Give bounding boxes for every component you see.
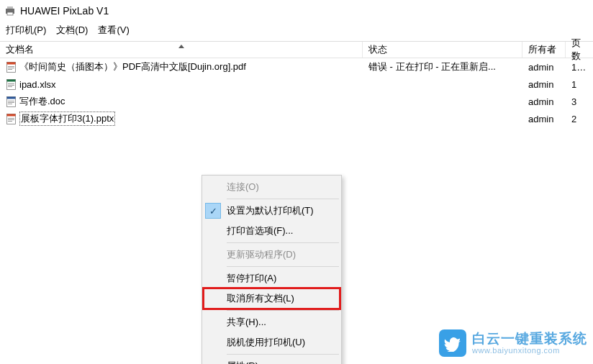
cell-pages: 1 <box>566 79 593 90</box>
printer-icon <box>4 6 16 16</box>
menu-item-properties[interactable]: 属性(R) <box>204 356 340 364</box>
cell-document: 展板字体打印3(1).pptx <box>0 112 363 126</box>
svg-rect-21 <box>8 119 14 120</box>
watermark-logo-icon <box>439 329 466 357</box>
column-header-status[interactable]: 状态 <box>363 42 522 58</box>
column-header-owner[interactable]: 所有者 <box>522 42 566 58</box>
column-header-pages-label: 页数 <box>571 37 587 63</box>
menu-item-update-driver: 更新驱动程序(D) <box>204 245 340 265</box>
menu-item-offline[interactable]: 脱机使用打印机(U) <box>204 332 340 352</box>
svg-rect-14 <box>7 96 16 99</box>
cell-document: ipad.xlsx <box>0 79 363 90</box>
file-name-label: 写作卷.doc <box>19 95 65 108</box>
menu-printer[interactable]: 打印机(P) <box>6 24 46 37</box>
svg-rect-12 <box>8 86 12 87</box>
svg-rect-11 <box>8 85 14 86</box>
column-header-pages[interactable]: 页数 <box>566 42 593 58</box>
svg-rect-4 <box>7 62 16 64</box>
sort-ascending-icon <box>178 45 184 48</box>
cell-pages: 3 <box>566 96 593 107</box>
watermark: 白云一键重装系统 www.baiyunxitong.com <box>439 329 587 357</box>
svg-rect-20 <box>8 118 14 119</box>
svg-rect-22 <box>8 121 12 122</box>
cell-owner: admin <box>522 79 566 90</box>
file-name-label: ipad.xlsx <box>19 79 56 90</box>
svg-rect-10 <box>8 83 14 84</box>
window-title: HUAWEI PixLab V1 <box>20 5 109 17</box>
svg-rect-17 <box>8 104 12 104</box>
svg-rect-7 <box>8 69 12 70</box>
menu-item-preferences[interactable]: 打印首选项(F)... <box>204 221 340 241</box>
menu-item-set-default[interactable]: ✓ 设置为默认打印机(T) <box>204 201 340 221</box>
file-icon <box>6 96 17 107</box>
menu-separator <box>227 266 339 267</box>
cell-document: 写作卷.doc <box>0 95 363 108</box>
file-name-label: 《时间简史（插图本）》PDF高清中文版[Dujin.org].pdf <box>19 60 246 73</box>
file-icon <box>6 79 17 90</box>
menu-item-connect: 连接(O) <box>204 177 340 197</box>
titlebar: HUAWEI PixLab V1 <box>0 0 593 19</box>
column-header-document-label: 文档名 <box>6 43 34 56</box>
column-header-row: 文档名 状态 所有者 页数 <box>0 41 593 58</box>
table-row[interactable]: 展板字体打印3(1).pptxadmin2 <box>0 110 593 127</box>
svg-rect-15 <box>8 101 14 101</box>
menu-item-cancel-all[interactable]: 取消所有文档(L) <box>204 288 340 309</box>
table-row[interactable]: 写作卷.docadmin3 <box>0 93 593 110</box>
menu-item-pause[interactable]: 暂停打印(A) <box>204 268 340 288</box>
file-icon <box>6 114 17 124</box>
context-menu: 连接(O) ✓ 设置为默认打印机(T) 打印首选项(F)... 更新驱动程序(D… <box>202 175 342 364</box>
cell-owner: admin <box>522 114 566 124</box>
menu-separator <box>227 310 339 311</box>
watermark-title: 白云一键重装系统 <box>472 332 587 347</box>
file-icon <box>6 62 17 73</box>
column-header-owner-label: 所有者 <box>528 43 556 56</box>
cell-status: 错误 - 正在打印 - 正在重新启... <box>363 60 522 73</box>
svg-rect-9 <box>7 79 16 81</box>
menu-separator <box>227 242 339 243</box>
svg-rect-16 <box>8 102 14 103</box>
svg-rect-19 <box>7 114 16 116</box>
cell-pages: 14/2... <box>566 62 593 73</box>
cell-owner: admin <box>522 62 566 73</box>
table-row[interactable]: ipad.xlsxadmin1 <box>0 76 593 93</box>
menu-view[interactable]: 查看(V) <box>98 24 129 37</box>
cell-document: 《时间简史（插图本）》PDF高清中文版[Dujin.org].pdf <box>0 60 363 73</box>
file-name-label: 展板字体打印3(1).pptx <box>19 112 115 126</box>
svg-rect-1 <box>7 6 13 9</box>
column-header-status-label: 状态 <box>368 43 387 56</box>
checkmark-icon: ✓ <box>205 203 221 219</box>
menu-item-share[interactable]: 共享(H)... <box>204 312 340 332</box>
svg-rect-6 <box>8 68 14 68</box>
menu-document[interactable]: 文档(D) <box>56 24 88 37</box>
menu-separator <box>227 199 339 199</box>
cell-pages: 2 <box>566 114 593 124</box>
table-row[interactable]: 《时间简史（插图本）》PDF高清中文版[Dujin.org].pdf错误 - 正… <box>0 58 593 76</box>
svg-rect-5 <box>8 66 14 67</box>
svg-rect-2 <box>7 12 13 15</box>
menu-separator <box>227 354 339 355</box>
menubar: 打印机(P) 文档(D) 查看(V) <box>0 19 593 41</box>
print-queue-list: 《时间简史（插图本）》PDF高清中文版[Dujin.org].pdf错误 - 正… <box>0 58 593 127</box>
watermark-url: www.baiyunxitong.com <box>472 346 587 355</box>
cell-owner: admin <box>522 96 566 107</box>
column-header-document[interactable]: 文档名 <box>0 42 363 58</box>
